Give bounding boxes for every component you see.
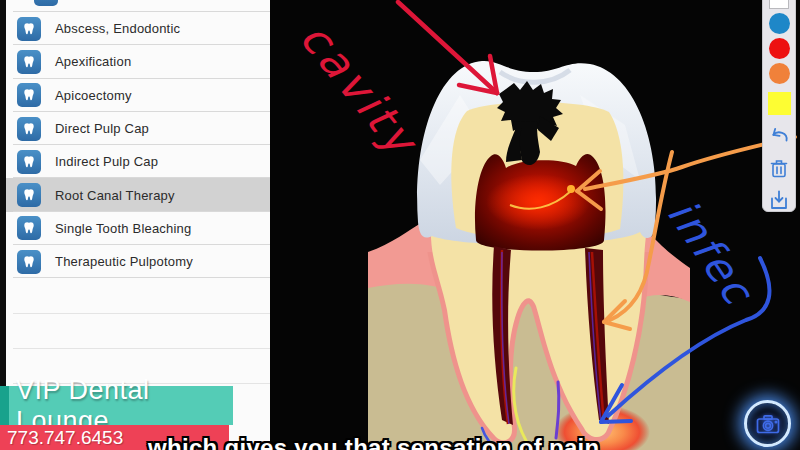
sidebar-item-abscess-endodontic[interactable]: Abscess, Endodontic	[0, 12, 270, 45]
red-arrow-cavity	[398, 2, 497, 93]
sidebar-item-single-tooth-bleaching[interactable]: Single Tooth Bleaching	[0, 212, 270, 245]
export-icon	[767, 188, 791, 212]
cavity-annotation-text: cavity	[290, 12, 429, 167]
tooth-icon	[17, 150, 41, 174]
camera-button[interactable]	[744, 400, 791, 447]
brand-banner-edge	[0, 386, 9, 425]
tooth-icon	[17, 117, 41, 141]
export-button[interactable]	[767, 188, 791, 212]
sidebar-item-label: Apicoectomy	[55, 88, 132, 103]
color-swatch-orange[interactable]	[769, 63, 790, 84]
app-root: cavity infec	[0, 0, 800, 450]
undo-icon	[767, 124, 791, 148]
delete-button[interactable]	[767, 156, 791, 180]
color-swatch-red[interactable]	[769, 38, 790, 59]
drawing-toolbar	[762, 0, 796, 212]
trash-icon	[767, 156, 791, 180]
sidebar-item-apicoectomy[interactable]: Apicoectomy	[0, 79, 270, 112]
sidebar-item-label: Indirect Pulp Cap	[55, 154, 158, 169]
color-swatch-yellow[interactable]	[768, 92, 791, 115]
color-swatch-blue[interactable]	[769, 13, 790, 34]
tooth-icon	[17, 17, 41, 41]
brand-phone: 773.747.6453	[7, 427, 123, 449]
sidebar-item-apexification[interactable]: Apexification	[0, 45, 270, 78]
left-edge-strip	[0, 0, 6, 450]
undo-button[interactable]	[767, 124, 791, 148]
sidebar-item-label: Therapeutic Pulpotomy	[55, 254, 193, 269]
sidebar-item-label: Single Tooth Bleaching	[55, 221, 191, 236]
sidebar-item-label: Direct Pulp Cap	[55, 121, 149, 136]
tooth-icon	[17, 250, 41, 274]
separator	[13, 348, 270, 349]
camera-icon	[754, 412, 782, 436]
sidebar-item-therapeutic-pulpotomy[interactable]: Therapeutic Pulpotomy	[0, 245, 270, 278]
sidebar-item-label: Apexification	[55, 54, 131, 69]
tooth-icon	[17, 183, 41, 207]
sidebar-item-indirect-pulp-cap[interactable]: Indirect Pulp Cap	[0, 145, 270, 178]
procedure-list: Abscess, Endodontic Apexification Apicoe…	[0, 12, 270, 278]
sidebar-item-label: Root Canal Therapy	[55, 188, 175, 203]
sidebar-item-root-canal-therapy[interactable]: Root Canal Therapy	[0, 178, 270, 211]
drawing-canvas[interactable]: cavity infec	[270, 0, 800, 450]
sidebar-item-direct-pulp-cap[interactable]: Direct Pulp Cap	[0, 112, 270, 145]
infection-annotation-text: infec	[658, 190, 765, 315]
sidebar-item-label: Abscess, Endodontic	[55, 21, 180, 36]
tooth-icon	[17, 83, 41, 107]
separator	[13, 313, 270, 314]
brand-banner: VIP Dental Lounge	[0, 386, 233, 425]
tooth-illustration: cavity infec	[270, 0, 800, 450]
subtitle-caption: which gives you that sensation of pain	[148, 434, 599, 450]
tooth-icon	[17, 216, 41, 240]
color-swatch-white[interactable]	[769, 0, 789, 9]
color-swatches	[768, 0, 791, 115]
tooth-icon	[17, 50, 41, 74]
tooth-icon	[34, 0, 58, 6]
